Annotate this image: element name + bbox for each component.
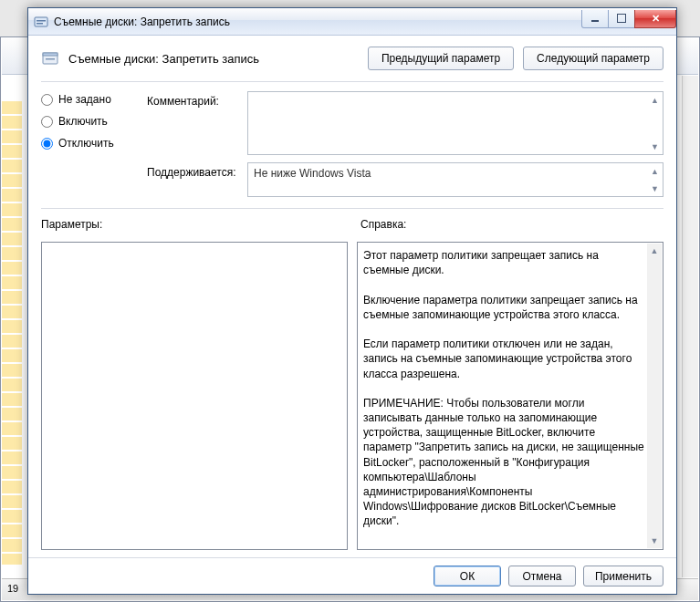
statusbar-count: 19 bbox=[7, 583, 18, 594]
svg-rect-5 bbox=[46, 58, 55, 60]
svg-rect-0 bbox=[35, 17, 47, 26]
help-content: Этот параметр политики запрещает запись … bbox=[363, 248, 644, 544]
policy-settings-dialog: Съемные диски: Запретить запись Съемные … bbox=[27, 7, 677, 595]
radio-not-configured-input[interactable] bbox=[41, 94, 53, 106]
scroll-down-icon[interactable]: ▼ bbox=[648, 140, 662, 153]
dialog-footer: ОК Отмена Применить bbox=[28, 557, 676, 594]
state-radio-group: Не задано Включить Отключить bbox=[41, 91, 132, 197]
apply-button[interactable]: Применить bbox=[583, 566, 663, 586]
page-title: Съемные диски: Запретить запись bbox=[68, 52, 359, 66]
previous-setting-button[interactable]: Предыдущий параметр bbox=[368, 47, 514, 70]
comment-textbox[interactable]: ▲ ▼ bbox=[247, 91, 663, 155]
help-pane: Этот параметр политики запрещает запись … bbox=[357, 242, 663, 550]
maximize-button[interactable] bbox=[608, 10, 635, 28]
svg-rect-1 bbox=[37, 20, 46, 22]
scroll-up-icon[interactable]: ▲ bbox=[648, 164, 662, 178]
ok-button[interactable]: ОК bbox=[434, 566, 501, 586]
window-buttons bbox=[582, 10, 676, 28]
close-button[interactable] bbox=[634, 10, 676, 28]
options-label: Параметры: bbox=[41, 218, 344, 231]
comment-label: Комментарий: bbox=[147, 91, 247, 108]
supported-scrollbar[interactable]: ▲ ▼ bbox=[648, 164, 662, 195]
radio-enabled-label: Включить bbox=[58, 115, 108, 128]
supported-textbox: Не ниже Windows Vista ▲ ▼ bbox=[247, 162, 663, 197]
policy-icon bbox=[34, 15, 48, 29]
radio-not-configured-label: Не задано bbox=[58, 93, 111, 106]
help-label: Справка: bbox=[360, 218, 663, 231]
divider bbox=[41, 208, 663, 209]
svg-rect-2 bbox=[37, 23, 43, 25]
radio-enabled[interactable]: Включить bbox=[41, 115, 132, 128]
supported-label: Поддерживается: bbox=[147, 162, 247, 179]
radio-disabled-input[interactable] bbox=[41, 138, 53, 150]
background-sidebar bbox=[2, 101, 22, 565]
scroll-down-icon[interactable]: ▼ bbox=[648, 182, 662, 195]
next-setting-button[interactable]: Следующий параметр bbox=[523, 47, 663, 70]
radio-disabled-label: Отключить bbox=[58, 137, 114, 150]
comment-value bbox=[248, 92, 663, 99]
minimize-button[interactable] bbox=[581, 10, 609, 28]
background-scrollbar bbox=[682, 76, 698, 577]
options-pane bbox=[41, 242, 348, 550]
scroll-up-icon[interactable]: ▲ bbox=[648, 93, 662, 107]
options-content bbox=[47, 248, 329, 544]
comment-scrollbar[interactable]: ▲ ▼ bbox=[648, 93, 662, 153]
help-scrollbar[interactable]: ▲ ▼ bbox=[647, 244, 662, 548]
radio-enabled-input[interactable] bbox=[41, 116, 53, 128]
window-title: Съемные диски: Запретить запись bbox=[54, 16, 582, 28]
scroll-down-icon[interactable]: ▼ bbox=[647, 534, 662, 548]
radio-not-configured[interactable]: Не задано bbox=[41, 93, 132, 106]
scroll-up-icon[interactable]: ▲ bbox=[647, 244, 662, 258]
cancel-button[interactable]: Отмена bbox=[508, 566, 576, 586]
settings-icon bbox=[41, 49, 59, 67]
svg-rect-4 bbox=[43, 53, 57, 56]
divider bbox=[41, 81, 663, 82]
supported-value: Не ниже Windows Vista bbox=[248, 163, 663, 183]
titlebar[interactable]: Съемные диски: Запретить запись bbox=[28, 8, 676, 36]
radio-disabled[interactable]: Отключить bbox=[41, 137, 132, 150]
